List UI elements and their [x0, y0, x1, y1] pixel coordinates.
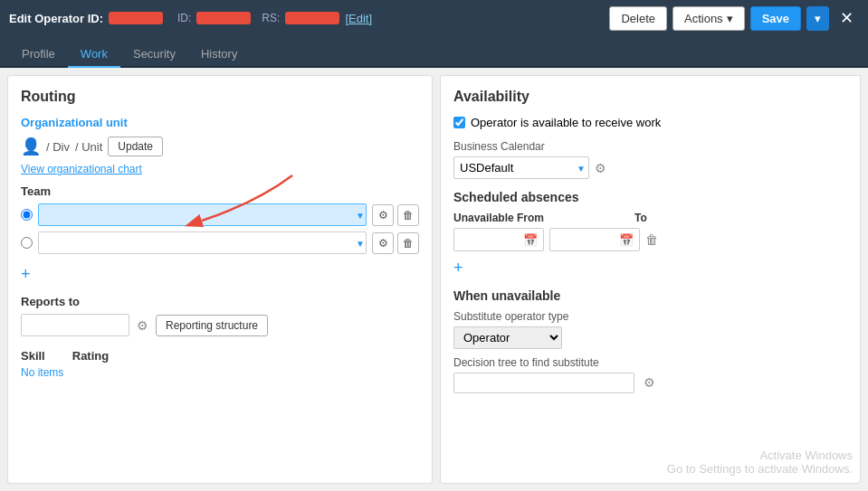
date-row: 📅 📅 🗑: [453, 228, 847, 251]
business-calendar-section: Business Calendar ▼ ⚙: [453, 140, 847, 179]
close-button[interactable]: ✕: [835, 6, 859, 30]
team-radio-2[interactable]: [21, 237, 33, 249]
save-dropdown-button[interactable]: ▾: [806, 6, 829, 31]
team-input-2[interactable]: [38, 231, 367, 254]
actions-chevron-icon: ▾: [727, 12, 733, 25]
team-dropdown-arrow-2: ▼: [356, 238, 365, 248]
top-bar-left: Edit Operator ID: ID: RS: [Edit]: [9, 12, 372, 25]
team-input-1[interactable]: [38, 203, 367, 226]
org-unit-row: 👤 / Div / Unit Update: [21, 137, 419, 156]
unavail-header: Unavailable From To: [453, 212, 847, 224]
from-calendar-icon: 📅: [523, 233, 538, 247]
to-label: To: [634, 212, 647, 224]
scheduled-absences-title: Scheduled absences: [453, 190, 847, 204]
decision-tree-label: Decision tree to find substitute: [453, 356, 847, 369]
decision-tree-input[interactable]: [453, 373, 634, 393]
view-org-chart-link[interactable]: View organizational chart: [21, 163, 142, 175]
tab-security[interactable]: Security: [120, 42, 188, 68]
id-value: [196, 12, 251, 24]
skill-section: Skill Rating No items: [21, 349, 419, 379]
no-items-label: No items: [21, 366, 419, 379]
team-gear-button-2[interactable]: ⚙: [372, 232, 394, 254]
substitute-type-select[interactable]: Operator: [453, 326, 562, 349]
reports-to-input[interactable]: [21, 314, 129, 336]
reports-section: Reports to ⚙ Reporting structure: [21, 295, 419, 336]
team-input-wrap-2: ▼: [38, 231, 367, 254]
business-calendar-input[interactable]: [453, 156, 589, 179]
reports-to-label: Reports to: [21, 295, 419, 308]
tabs-bar: Profile Work Security History: [0, 36, 868, 68]
team-actions-2: ⚙ 🗑: [372, 232, 419, 254]
left-panel: Routing Organizational unit 👤 / Div / Un…: [7, 75, 433, 484]
tab-history[interactable]: History: [188, 42, 250, 68]
team-row-2: ▼ ⚙ 🗑: [21, 231, 419, 254]
absence-trash-icon[interactable]: 🗑: [645, 232, 658, 247]
routing-title: Routing: [21, 89, 419, 105]
operator-id-value: [109, 12, 163, 24]
unavail-from-input[interactable]: 📅: [453, 228, 544, 251]
reports-row: ⚙ Reporting structure: [21, 314, 419, 336]
team-trash-button-1[interactable]: 🗑: [397, 204, 419, 226]
operator-available-checkbox[interactable]: [453, 117, 465, 128]
main-content: Routing Organizational unit 👤 / Div / Un…: [0, 68, 868, 491]
business-calendar-label: Business Calendar: [453, 140, 847, 153]
tab-profile[interactable]: Profile: [9, 42, 68, 68]
operator-available-row: Operator is available to receive work: [453, 116, 847, 129]
team-add-button[interactable]: +: [21, 265, 31, 284]
org-div: / Div: [46, 140, 70, 154]
add-absence-button[interactable]: +: [453, 259, 463, 278]
team-dropdown-arrow-1: ▼: [356, 210, 365, 220]
business-calendar-wrap: ▼: [453, 156, 589, 179]
delete-button[interactable]: Delete: [609, 6, 667, 31]
id-label: ID:: [177, 12, 191, 24]
right-panel: Availability Operator is available to re…: [440, 75, 861, 484]
operator-available-label: Operator is available to receive work: [471, 116, 661, 129]
unavail-to-input[interactable]: 📅: [549, 228, 640, 251]
windows-watermark: Activate Windows Go to Settings to activ…: [667, 449, 853, 476]
reports-gear-icon[interactable]: ⚙: [137, 318, 148, 333]
rating-col-label: Rating: [72, 349, 109, 363]
team-label: Team: [21, 184, 419, 198]
update-button[interactable]: Update: [108, 137, 163, 156]
org-unit: / Unit: [75, 140, 102, 154]
to-calendar-icon: 📅: [619, 233, 634, 247]
team-input-wrap-1: ▼: [38, 203, 367, 226]
tab-work[interactable]: Work: [68, 42, 120, 68]
save-chevron-icon: ▾: [815, 12, 821, 25]
top-bar: Edit Operator ID: ID: RS: [Edit] Delete …: [0, 0, 868, 36]
business-calendar-gear-icon[interactable]: ⚙: [595, 161, 606, 175]
when-unavailable-title: When unavailable: [453, 288, 847, 303]
reporting-structure-button[interactable]: Reporting structure: [156, 315, 268, 336]
skill-header: Skill Rating: [21, 349, 419, 363]
team-radio-1[interactable]: [21, 209, 33, 221]
org-unit-label: Organizational unit: [21, 116, 419, 129]
top-bar-actions: Delete Actions ▾ Save ▾ ✕: [609, 6, 859, 31]
edit-title: Edit Operator ID:: [9, 12, 103, 25]
team-gear-button-1[interactable]: ⚙: [372, 204, 394, 226]
team-actions-1: ⚙ 🗑: [372, 204, 419, 226]
team-trash-button-2[interactable]: 🗑: [397, 232, 419, 254]
red-arrow-annotation: [148, 166, 329, 239]
rs-value: [285, 12, 339, 24]
substitute-type-label: Substitute operator type: [453, 310, 847, 323]
person-icon: 👤: [21, 137, 41, 156]
business-calendar-row: ▼ ⚙: [453, 156, 847, 179]
save-button[interactable]: Save: [750, 6, 801, 31]
edit-link[interactable]: [Edit]: [345, 12, 372, 25]
actions-button[interactable]: Actions ▾: [672, 6, 745, 31]
team-row-1: ▼ ⚙ 🗑: [21, 203, 419, 226]
skill-col-label: Skill: [21, 349, 45, 363]
unavailable-from-label: Unavailable From: [453, 212, 544, 224]
decision-tree-gear-icon[interactable]: ⚙: [644, 375, 655, 390]
rs-label: RS:: [262, 12, 280, 24]
availability-title: Availability: [453, 89, 847, 105]
